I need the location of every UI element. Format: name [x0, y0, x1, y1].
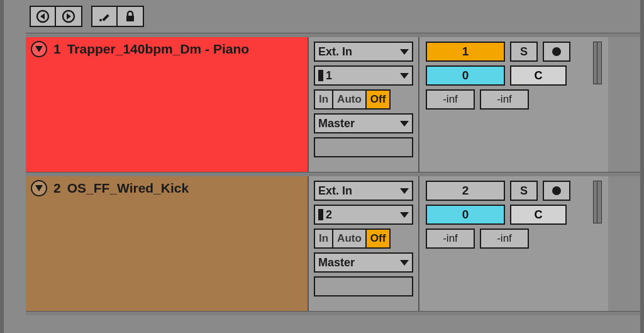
input-type-dropdown[interactable]: Ext. In	[314, 42, 413, 62]
monitor-off-button[interactable]: Off	[365, 229, 391, 249]
draw-lock-buttons	[91, 6, 144, 27]
output-label: Master	[318, 117, 355, 130]
track-number: 2	[53, 181, 61, 196]
track-name: Trapper_140bpm_Dm - Piano	[67, 42, 249, 57]
send-a-value[interactable]: -inf	[426, 229, 475, 249]
input-type-dropdown[interactable]: Ext. In	[314, 181, 413, 201]
monitor-in-button[interactable]: In	[314, 89, 333, 110]
track-number: 1	[53, 42, 61, 57]
mixer-section: 1 S 0 C -inf -inf	[419, 37, 608, 172]
output-dropdown[interactable]: Master	[314, 252, 413, 273]
chevron-down-icon	[400, 121, 409, 127]
input-channel-dropdown[interactable]: 2	[314, 205, 413, 225]
send-a-value[interactable]: -inf	[426, 89, 475, 110]
input-channel-label: 1	[326, 69, 332, 82]
level-meter	[593, 42, 602, 84]
fold-icon[interactable]	[31, 180, 47, 196]
record-icon	[552, 47, 561, 56]
svg-marker-1	[40, 13, 45, 20]
track-name: OS_FF_Wired_Kick	[67, 181, 189, 196]
monitor-in-button[interactable]: In	[314, 229, 333, 249]
svg-marker-3	[67, 13, 71, 20]
monitor-off-button[interactable]: Off	[365, 89, 391, 110]
pencil-icon[interactable]	[92, 7, 118, 26]
output-dropdown[interactable]: Master	[314, 113, 413, 133]
input-type-label: Ext. In	[318, 184, 352, 198]
chevron-down-icon	[400, 260, 409, 266]
chevron-down-icon	[400, 188, 409, 194]
svg-point-5	[99, 19, 102, 21]
track-activator-button[interactable]: 1	[426, 42, 505, 62]
record-arm-button[interactable]	[543, 42, 570, 62]
monitor-row: In Auto Off	[314, 229, 413, 249]
fold-icon[interactable]	[31, 41, 47, 57]
io-section: Ext. In 2 In Auto Off Master	[309, 176, 419, 311]
svg-rect-6	[126, 16, 134, 21]
svg-marker-8	[35, 185, 43, 191]
send-b-value[interactable]: -inf	[480, 89, 529, 110]
monitor-auto-button[interactable]: Auto	[332, 89, 367, 110]
pan-value[interactable]: 0	[426, 65, 505, 86]
send-b-value[interactable]: -inf	[480, 229, 529, 249]
mixer-section: 2 S 0 C -inf -inf	[419, 176, 608, 311]
record-arm-button[interactable]	[543, 181, 570, 201]
input-type-label: Ext. In	[318, 45, 352, 59]
lock-icon[interactable]	[118, 7, 143, 26]
chevron-down-icon	[400, 73, 409, 79]
cue-button[interactable]: C	[510, 65, 567, 86]
solo-button[interactable]: S	[510, 181, 538, 201]
track-header[interactable]: 2 OS_FF_Wired_Kick	[26, 176, 309, 311]
track-activator-button[interactable]: 2	[426, 181, 505, 201]
track-header[interactable]: 1 Trapper_140bpm_Dm - Piano	[26, 37, 309, 172]
back-button[interactable]	[31, 7, 56, 26]
record-icon	[552, 186, 561, 195]
chevron-down-icon	[400, 49, 409, 55]
input-channel-dropdown[interactable]: 1	[314, 65, 413, 86]
history-buttons	[30, 6, 82, 27]
track-row: 1 Trapper_140bpm_Dm - Piano Ext. In 1 In…	[26, 37, 640, 172]
chevron-down-icon	[400, 212, 409, 218]
output-channel-dropdown[interactable]	[314, 137, 413, 157]
monitor-auto-button[interactable]: Auto	[332, 229, 367, 249]
solo-button[interactable]: S	[510, 42, 538, 62]
forward-button[interactable]	[56, 7, 81, 26]
cue-button[interactable]: C	[510, 205, 567, 225]
output-label: Master	[318, 256, 355, 269]
output-channel-dropdown[interactable]	[314, 276, 413, 296]
svg-rect-4	[102, 14, 109, 21]
io-section: Ext. In 1 In Auto Off Master	[309, 37, 419, 172]
topbar	[26, 0, 640, 33]
svg-marker-7	[35, 46, 43, 52]
input-channel-label: 2	[326, 208, 332, 222]
track-row: 2 OS_FF_Wired_Kick Ext. In 2 In Auto Off	[26, 176, 640, 311]
monitor-row: In Auto Off	[314, 89, 413, 110]
level-meter	[593, 181, 602, 223]
pan-value[interactable]: 0	[426, 205, 505, 225]
